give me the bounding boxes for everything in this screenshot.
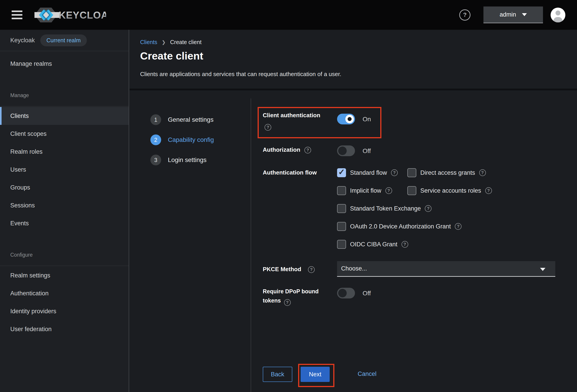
sidebar-item-identity-providers[interactable]: Identity providers: [0, 302, 129, 320]
sidebar-item-events[interactable]: Events: [0, 214, 129, 232]
checkbox-label: Direct access grants: [420, 169, 475, 176]
pkce-method-help-icon[interactable]: [308, 266, 315, 273]
wizard-step-number: 3: [150, 155, 161, 165]
sidebar-nav: Manage realmsManageClientsClient scopesR…: [0, 51, 129, 338]
cancel-link[interactable]: Cancel: [358, 370, 376, 377]
sidebar-item-user-federation[interactable]: User federation: [0, 320, 129, 338]
wizard-step-label: Login settings: [168, 156, 207, 164]
checkbox-label: Service accounts roles: [420, 187, 481, 194]
oauth-2-0-device-authorization-grant-help-icon[interactable]: [455, 223, 462, 230]
authentication-flow-options: Standard flowDirect access grantsImplici…: [337, 164, 574, 253]
checkbox-direct-access-grants[interactable]: [407, 168, 416, 177]
breadcrumb-current: Create client: [170, 39, 201, 45]
toggle-knob: [345, 115, 354, 123]
chevron-down-icon: [522, 13, 527, 16]
authorization-state: Off: [362, 147, 371, 155]
select-caret-icon: [540, 268, 545, 271]
hamburger-menu-icon[interactable]: [12, 10, 22, 19]
checkbox-label: OAuth 2.0 Device Authorization Grant: [350, 223, 451, 230]
sidebar-item-groups[interactable]: Groups: [0, 178, 129, 196]
auth-flow-option-standard-flow: Standard flow: [337, 168, 407, 177]
dpop-label-line2: tokens: [263, 297, 281, 304]
direct-access-grants-help-icon[interactable]: [479, 169, 486, 176]
svg-text:KEYCLOAK: KEYCLOAK: [59, 10, 106, 21]
dpop-toggle[interactable]: [337, 288, 355, 298]
sidebar-item-sessions[interactable]: Sessions: [0, 196, 129, 214]
realm-switcher-app-label: Keycloak: [10, 37, 35, 44]
page-title: Create client: [140, 50, 203, 62]
back-button[interactable]: Back: [263, 367, 292, 382]
sidebar-item-users[interactable]: Users: [0, 161, 129, 178]
oidc-ciba-grant-help-icon[interactable]: [401, 241, 408, 248]
checkbox-label: Standard Token Exchange: [350, 205, 421, 212]
client-authentication-state: On: [362, 116, 371, 123]
toggle-knob: [338, 146, 347, 155]
authorization-label: Authorization: [263, 146, 300, 153]
nav-divider: [0, 106, 129, 107]
wizard-form-divider: [251, 99, 251, 392]
pkce-method-value: Choose...: [341, 265, 367, 272]
help-icon[interactable]: ?: [459, 9, 470, 21]
pkce-method-select[interactable]: Choose...: [337, 261, 555, 277]
dpop-state: Off: [362, 290, 371, 297]
toggle-knob: [338, 289, 347, 297]
checkbox-implicit-flow[interactable]: [337, 186, 346, 195]
standard-token-exchange-help-icon[interactable]: [425, 205, 432, 212]
sidebar-item-realm-settings[interactable]: Realm settings: [0, 266, 129, 284]
realm-switcher[interactable]: Keycloak Current realm: [0, 30, 129, 51]
checkbox-standard-token-exchange[interactable]: [337, 204, 346, 213]
dpop-help-icon[interactable]: [284, 299, 291, 306]
wizard-step-label: General settings: [168, 116, 214, 123]
dpop-label-line1: Require DPoP bound: [263, 288, 319, 294]
sidebar-item-clients[interactable]: Clients: [0, 107, 129, 125]
checkbox-checked-standard-flow[interactable]: [337, 168, 346, 177]
sidebar-item-client-scopes[interactable]: Client scopes: [0, 125, 129, 143]
auth-flow-option-oauth-2-0-device-authorization-grant: OAuth 2.0 Device Authorization Grant: [337, 222, 574, 231]
authentication-flow-label: Authentication flow: [263, 169, 317, 176]
wizard-step-login-settings[interactable]: 3Login settings: [150, 155, 207, 165]
keycloak-admin-console: KEYCLOAK ? admin Keycloak Current realm …: [0, 0, 577, 392]
authorization-toggle[interactable]: [337, 145, 355, 156]
auth-flow-option-implicit-flow: Implicit flow: [337, 186, 407, 195]
auth-flow-option-oidc-ciba-grant: OIDC CIBA Grant: [337, 240, 574, 249]
wizard-step-number: 2: [150, 135, 161, 145]
sidebar-item-authentication[interactable]: Authentication: [0, 284, 129, 302]
breadcrumb-link-clients[interactable]: Clients: [140, 39, 157, 45]
sidebar-item-realm-roles[interactable]: Realm roles: [0, 143, 129, 161]
breadcrumb: Clients❯Create client: [140, 39, 201, 45]
auth-flow-option-direct-access-grants: Direct access grants: [407, 168, 574, 177]
sidebar: Keycloak Current realm Manage realmsMana…: [0, 30, 129, 392]
next-button[interactable]: Next: [301, 367, 330, 382]
checkbox-service-accounts-roles[interactable]: [407, 186, 416, 195]
service-accounts-roles-help-icon[interactable]: [485, 187, 492, 194]
nav-divider: [0, 266, 129, 266]
user-menu-label: admin: [500, 11, 516, 18]
keycloak-logo[interactable]: KEYCLOAK: [35, 7, 106, 23]
masthead: KEYCLOAK ? admin: [0, 0, 577, 30]
auth-flow-option-service-accounts-roles: Service accounts roles: [407, 186, 574, 195]
pkce-method-label: PKCE Method: [263, 266, 301, 273]
checkbox-label: Standard flow: [350, 169, 387, 176]
breadcrumb-separator-icon: ❯: [162, 40, 166, 45]
checkbox-oidc-ciba-grant[interactable]: [337, 240, 346, 249]
wizard-step-capability-config[interactable]: 2Capability config: [150, 135, 214, 145]
standard-flow-help-icon[interactable]: [391, 169, 398, 176]
implicit-flow-help-icon[interactable]: [385, 187, 392, 194]
client-authentication-toggle[interactable]: [337, 114, 355, 124]
page-subtitle: Clients are applications and services th…: [140, 71, 341, 78]
auth-flow-option-standard-token-exchange: Standard Token Exchange: [337, 204, 574, 213]
wizard-step-general-settings[interactable]: 1General settings: [150, 114, 214, 125]
wizard-step-number: 1: [150, 114, 161, 125]
avatar[interactable]: [551, 8, 565, 22]
sidebar-item-manage-realms[interactable]: Manage realms: [0, 55, 129, 73]
header-separator: [130, 89, 577, 90]
current-realm-badge: Current realm: [40, 35, 87, 46]
wizard-step-label: Capability config: [168, 136, 214, 143]
checkbox-label: OIDC CIBA Grant: [350, 241, 397, 248]
client-authentication-label: Client authentication: [263, 112, 320, 119]
checkbox-oauth-2-0-device-authorization-grant[interactable]: [337, 222, 346, 231]
authorization-help-icon[interactable]: [304, 147, 311, 153]
user-menu-button[interactable]: admin: [483, 6, 543, 23]
client-authentication-help-icon[interactable]: [265, 124, 271, 131]
nav-group-label-manage: Manage: [0, 89, 129, 102]
